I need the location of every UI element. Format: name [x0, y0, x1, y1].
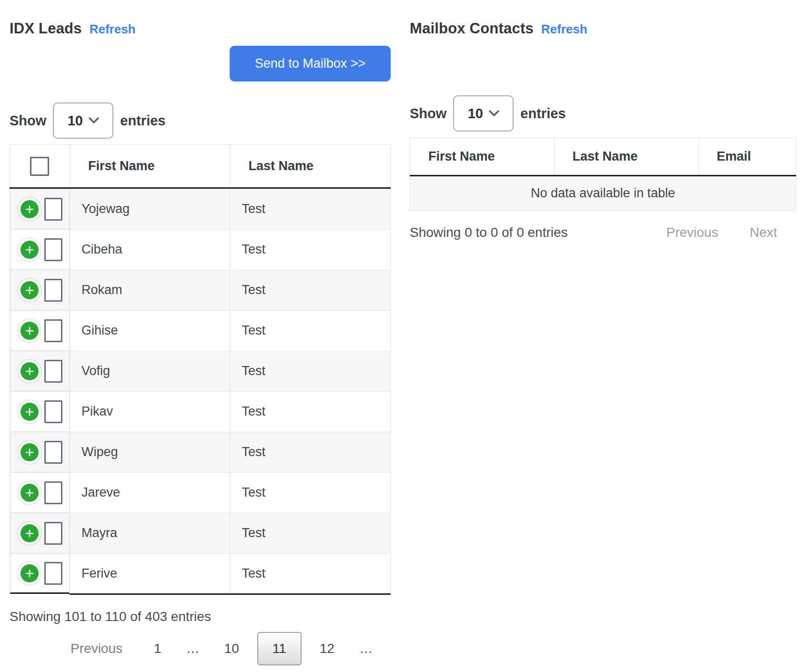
row-select-cell: +: [10, 553, 70, 594]
add-lead-button[interactable]: +: [20, 564, 39, 582]
email-column-header: Email: [698, 138, 796, 176]
mailbox-contacts-summary: Showing 0 to 0 of 0 entries: [410, 225, 568, 240]
first-name-cell: Ferive: [70, 553, 230, 594]
last-name-cell: Test: [230, 432, 391, 472]
entries-label: entries: [520, 106, 566, 122]
mailbox-contacts-table: First Name Last Name Email No data avail…: [410, 137, 796, 211]
show-label: Show: [410, 106, 446, 122]
plus-icon: +: [25, 323, 34, 338]
idx-page-size-select[interactable]: 10: [53, 102, 113, 139]
plus-icon: +: [25, 242, 34, 257]
page-button[interactable]: 10: [212, 641, 252, 656]
add-lead-button[interactable]: +: [20, 200, 39, 218]
idx-leads-table-body: + Yojewag Test + Cibeha Test + Rokam Tes…: [10, 188, 391, 594]
row-checkbox[interactable]: [44, 562, 62, 585]
row-checkbox[interactable]: [44, 360, 62, 383]
add-lead-button[interactable]: +: [20, 281, 39, 299]
show-label: Show: [10, 113, 46, 129]
row-checkbox[interactable]: [44, 400, 62, 423]
page-title: IDX Leads: [10, 20, 82, 37]
table-row: + Gihise Test: [10, 310, 391, 351]
last-name-cell: Test: [230, 229, 391, 270]
idx-leads-table-header-row: First Name Last Name: [10, 145, 391, 188]
first-name-column-header: First Name: [70, 145, 230, 188]
first-name-cell: Wipeg: [70, 432, 230, 472]
plus-icon: +: [25, 364, 34, 379]
first-name-cell: Cibeha: [70, 229, 230, 270]
plus-icon: +: [25, 445, 34, 460]
mailbox-contacts-table-body: No data available in table: [410, 176, 796, 211]
last-name-cell: Test: [230, 513, 391, 553]
row-checkbox[interactable]: [44, 481, 62, 504]
table-row: + Rokam Test: [10, 270, 391, 310]
add-lead-button[interactable]: +: [20, 484, 39, 502]
page-button[interactable]: …: [174, 641, 212, 656]
select-all-checkbox[interactable]: [30, 157, 49, 176]
add-lead-button[interactable]: +: [20, 322, 39, 340]
first-name-column-header: First Name: [410, 138, 555, 176]
first-name-cell: Gihise: [70, 310, 230, 351]
mailbox-contacts-panel: Mailbox Contacts Refresh Show 10 entries…: [410, 20, 796, 240]
empty-state-row: No data available in table: [410, 176, 796, 211]
row-checkbox[interactable]: [44, 279, 62, 302]
row-checkbox[interactable]: [44, 319, 62, 342]
row-select-cell: +: [10, 513, 70, 553]
mailbox-contacts-refresh-link[interactable]: Refresh: [541, 22, 587, 37]
add-lead-button[interactable]: +: [20, 524, 39, 542]
row-select-cell: +: [10, 391, 70, 432]
idx-leads-panel: IDX Leads Refresh Send to Mailbox >> Sho…: [10, 20, 391, 666]
first-name-cell: Mayra: [70, 513, 230, 553]
idx-leads-pagination: Previous 1…101112…: [10, 631, 391, 666]
page-size-value: 10: [468, 106, 483, 122]
last-name-cell: Test: [230, 351, 391, 391]
first-name-cell: Rokam: [70, 270, 230, 310]
page: IDX Leads Refresh Send to Mailbox >> Sho…: [0, 0, 809, 672]
page-button-active[interactable]: 11: [257, 632, 302, 665]
mailbox-show-entries-row: Show 10 entries: [410, 95, 796, 132]
row-select-cell: +: [10, 189, 70, 229]
last-name-column-header: Last Name: [230, 145, 391, 188]
add-lead-button[interactable]: +: [20, 362, 39, 380]
select-all-header-cell: [10, 145, 70, 188]
plus-icon: +: [25, 566, 34, 581]
plus-icon: +: [25, 283, 34, 298]
row-checkbox[interactable]: [44, 238, 62, 261]
add-lead-button[interactable]: +: [20, 403, 39, 421]
empty-state-message: No data available in table: [410, 176, 796, 211]
plus-icon: +: [25, 526, 34, 541]
page-button[interactable]: 12: [307, 641, 347, 656]
next-page-button[interactable]: Next: [749, 225, 777, 240]
mailbox-contacts-footer: Showing 0 to 0 of 0 entries Previous Nex…: [410, 225, 796, 240]
table-row: + Pikav Test: [10, 391, 391, 432]
row-select-cell: +: [10, 472, 70, 513]
last-name-cell: Test: [230, 391, 391, 432]
table-row: + Yojewag Test: [10, 188, 391, 230]
page-button[interactable]: 1: [142, 641, 174, 656]
first-name-cell: Jareve: [70, 472, 230, 513]
page-button[interactable]: …: [347, 641, 385, 656]
table-row: + Jareve Test: [10, 472, 391, 513]
mailbox-page-size-select[interactable]: 10: [453, 95, 514, 132]
first-name-cell: Pikav: [70, 391, 230, 432]
table-row: + Vofig Test: [10, 351, 391, 391]
plus-icon: +: [25, 202, 34, 217]
table-row: + Mayra Test: [10, 513, 391, 553]
send-to-mailbox-button[interactable]: Send to Mailbox >>: [230, 46, 391, 81]
chevron-down-icon: [89, 117, 99, 124]
previous-page-button[interactable]: Previous: [666, 225, 718, 240]
row-checkbox[interactable]: [44, 198, 62, 221]
idx-leads-header: IDX Leads Refresh: [10, 20, 391, 39]
idx-leads-summary: Showing 101 to 110 of 403 entries: [10, 609, 391, 624]
table-row: + Wipeg Test: [10, 432, 391, 472]
row-select-cell: +: [10, 229, 70, 270]
row-checkbox[interactable]: [44, 522, 62, 545]
last-name-cell: Test: [230, 472, 391, 513]
add-lead-button[interactable]: +: [20, 443, 39, 461]
idx-leads-refresh-link[interactable]: Refresh: [90, 22, 136, 37]
mailbox-contacts-title: Mailbox Contacts: [410, 20, 534, 37]
last-name-cell: Test: [230, 188, 391, 230]
row-checkbox[interactable]: [44, 441, 62, 464]
add-lead-button[interactable]: +: [20, 241, 39, 259]
previous-page-button[interactable]: Previous: [58, 641, 142, 656]
send-button-row: Send to Mailbox >>: [10, 46, 391, 81]
